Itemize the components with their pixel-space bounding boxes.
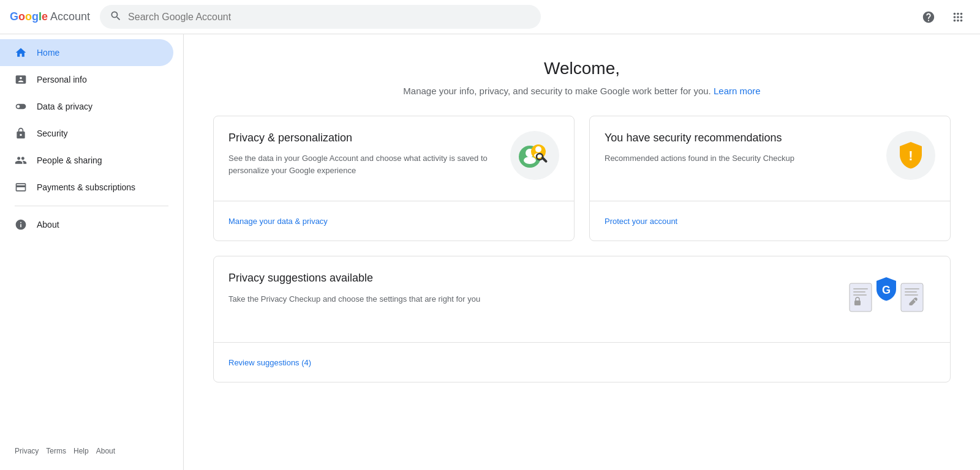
welcome-section: Welcome, Manage your info, privacy, and … <box>213 59 951 96</box>
card-footer: Review suggestions (4) <box>228 352 935 367</box>
apps-button[interactable] <box>946 5 970 29</box>
svg-rect-15 <box>905 288 919 289</box>
google-wordmark: Google <box>10 10 48 23</box>
search-input[interactable] <box>128 12 531 23</box>
footer-help-link[interactable]: Help <box>74 447 89 455</box>
lock-icon <box>15 127 27 140</box>
sidebar-item-about[interactable]: About <box>0 211 173 238</box>
sidebar-item-security[interactable]: Security <box>0 120 173 147</box>
svg-rect-13 <box>854 300 861 305</box>
sidebar-footer: Privacy Terms Help About <box>0 437 183 465</box>
card-description: Take the Privacy Checkup and choose the … <box>228 293 837 305</box>
search-icon <box>110 10 122 24</box>
sidebar-item-label: Personal info <box>37 75 87 84</box>
sidebar-divider <box>15 206 168 206</box>
sidebar-item-label: Security <box>37 129 68 138</box>
svg-rect-10 <box>853 288 868 289</box>
sidebar-item-home[interactable]: Home <box>0 39 173 66</box>
svg-rect-16 <box>905 291 917 293</box>
cards-row: Privacy & personalization See the data i… <box>213 116 951 241</box>
privacy-illustration <box>510 131 559 180</box>
footer-privacy-link[interactable]: Privacy <box>15 447 39 455</box>
card-content: You have security recommendations Recomm… <box>605 131 935 180</box>
welcome-subtitle: Manage your info, privacy, and security … <box>213 86 951 96</box>
footer-terms-link[interactable]: Terms <box>46 447 66 455</box>
svg-text:G: G <box>882 284 891 296</box>
header: Google Account <box>0 0 980 34</box>
sidebar: Home Personal info Data & privacy <box>0 34 184 470</box>
sidebar-item-label: People & sharing <box>37 155 102 165</box>
help-button[interactable] <box>916 5 941 29</box>
svg-rect-17 <box>905 294 918 296</box>
people-icon <box>15 154 27 166</box>
sidebar-item-label: Data & privacy <box>37 102 92 111</box>
svg-point-2 <box>524 157 536 164</box>
home-icon <box>15 47 27 59</box>
security-illustration: ! <box>886 131 935 180</box>
card-title: Privacy suggestions available <box>228 271 837 285</box>
privacy-suggestions-illustration: G <box>837 271 935 332</box>
card-description: See the data in your Google Account and … <box>228 152 500 176</box>
learn-more-link[interactable]: Learn more <box>714 86 761 96</box>
header-actions <box>916 5 970 29</box>
account-label: Account <box>50 10 90 23</box>
card-title: You have security recommendations <box>605 131 876 145</box>
card-divider <box>214 342 950 343</box>
svg-rect-12 <box>853 294 867 296</box>
person-icon <box>15 73 27 86</box>
card-footer: Protect your account <box>605 211 935 226</box>
wide-card-inner: Privacy suggestions available Take the P… <box>228 271 935 332</box>
privacy-personalization-card[interactable]: Privacy & personalization See the data i… <box>213 116 575 241</box>
card-content: Privacy & personalization See the data i… <box>228 131 559 191</box>
sidebar-item-label: Payments & subscriptions <box>37 182 135 192</box>
google-account-logo: Google Account <box>10 10 90 23</box>
privacy-suggestions-card[interactable]: Privacy suggestions available Take the P… <box>213 256 951 382</box>
sidebar-item-label: Home <box>37 48 59 58</box>
card-footer: Manage your data & privacy <box>228 211 559 226</box>
svg-point-4 <box>535 146 541 152</box>
sidebar-item-people-sharing[interactable]: People & sharing <box>0 147 173 174</box>
layout: Home Personal info Data & privacy <box>0 34 980 470</box>
svg-text:!: ! <box>908 148 913 163</box>
card-text: You have security recommendations Recomm… <box>605 131 886 179</box>
protect-account-link[interactable]: Protect your account <box>605 217 677 226</box>
review-suggestions-link[interactable]: Review suggestions (4) <box>228 358 311 367</box>
footer-about-link[interactable]: About <box>96 447 115 455</box>
card-icon <box>15 181 27 193</box>
security-recommendations-card[interactable]: You have security recommendations Recomm… <box>589 116 951 241</box>
sidebar-item-data-privacy[interactable]: Data & privacy <box>0 93 173 120</box>
manage-data-privacy-link[interactable]: Manage your data & privacy <box>228 217 328 226</box>
svg-rect-11 <box>853 291 865 293</box>
sidebar-item-personal-info[interactable]: Personal info <box>0 66 173 93</box>
main-content: Welcome, Manage your info, privacy, and … <box>184 34 980 470</box>
svg-rect-14 <box>901 283 923 311</box>
wide-card-text: Privacy suggestions available Take the P… <box>228 271 837 319</box>
card-text: Privacy & personalization See the data i… <box>228 131 510 191</box>
card-divider <box>590 201 950 201</box>
sidebar-item-payments[interactable]: Payments & subscriptions <box>0 174 173 201</box>
svg-rect-9 <box>850 283 872 311</box>
card-description: Recommended actions found in the Securit… <box>605 152 876 165</box>
info-icon <box>15 218 27 231</box>
sidebar-item-label: About <box>37 220 59 229</box>
toggle-icon <box>15 100 27 113</box>
card-title: Privacy & personalization <box>228 131 500 145</box>
sidebar-nav: Home Personal info Data & privacy <box>0 39 183 437</box>
search-bar[interactable] <box>100 5 541 29</box>
card-divider <box>214 201 574 201</box>
welcome-title: Welcome, <box>213 59 951 78</box>
